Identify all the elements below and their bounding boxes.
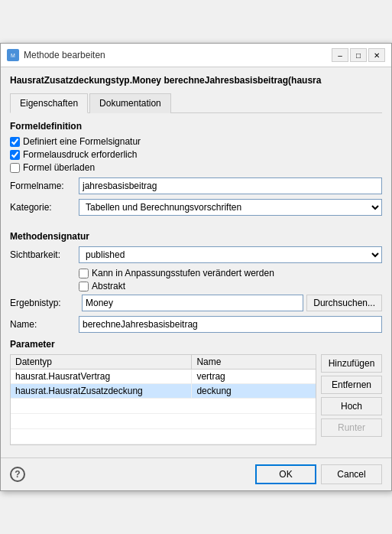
param-buttons: Hinzufügen Entfernen Hoch Runter [321, 354, 382, 445]
checkbox1-label: Definiert eine Formelsignatur [23, 136, 141, 147]
formelname-input[interactable] [79, 177, 382, 194]
cancel-button[interactable]: Cancel [321, 464, 382, 484]
tab-eigenschaften[interactable]: Eigenschaften [10, 93, 88, 113]
formelname-label: Formelname: [10, 181, 79, 191]
title-bar: M Methode bearbeiten – □ ✕ [1, 44, 391, 67]
kategorie-row: Kategorie: Tabellen und Berechnungsvorsc… [10, 199, 382, 216]
table-row [11, 429, 316, 444]
bottom-bar: ? OK Cancel [1, 457, 391, 490]
param-table: Datentyp Name hausrat.HausratVertrag ver… [10, 354, 316, 445]
col-datentyp-header: Datentyp [11, 355, 192, 369]
ok-button[interactable]: OK [255, 464, 316, 484]
app-icon: M [7, 49, 19, 61]
hoch-button[interactable]: Hoch [321, 397, 382, 415]
param-table-header: Datentyp Name [11, 355, 316, 370]
close-button[interactable]: ✕ [368, 48, 385, 62]
tab-bar: Eigenschaften Dokumentation [10, 93, 382, 113]
title-bar-left: M Methode bearbeiten [7, 49, 105, 61]
content-area: Eigenschaften Dokumentation Formeldefini… [1, 93, 391, 453]
formelname-row: Formelname: [10, 177, 382, 194]
svg-text:M: M [11, 53, 15, 58]
window-title: Methode bearbeiten [24, 50, 105, 60]
ergebnistyp-input[interactable] [82, 295, 303, 311]
checkbox1-row: Definiert eine Formelsignatur [10, 136, 382, 147]
table-row[interactable]: hausrat.HausratZusatzdeckung deckung [11, 384, 316, 399]
kategorie-label: Kategorie: [10, 202, 79, 213]
param-cell-datentyp: hausrat.HausratZusatzdeckung [11, 384, 192, 398]
abstrakt-input[interactable] [79, 282, 89, 291]
name-label: Name: [10, 319, 79, 330]
checkbox3-label: Formel überladen [23, 162, 95, 173]
sichtbarkeit-select[interactable]: published [79, 246, 382, 263]
runter-button[interactable]: Runter [321, 418, 382, 437]
checkbox2-input[interactable] [10, 150, 20, 160]
methodensignatur-label: Methodensignatur [10, 231, 382, 242]
hinzufuegen-button[interactable]: Hinzufügen [321, 354, 382, 373]
parameter-label: Parameter [10, 339, 382, 350]
table-row [11, 414, 316, 429]
window-header: HausratZusatzdeckungstyp.Money berechneJ… [1, 67, 391, 93]
ergebnistyp-row: Ergebnistyp: Durchsuchen... [10, 295, 382, 311]
param-cell-datentyp: hausrat.HausratVertrag [11, 370, 192, 383]
checkbox2-label: Formelausdruck erforderlich [23, 149, 137, 160]
tab-dokumentation[interactable]: Dokumentation [89, 93, 171, 113]
col-name-header: Name [192, 355, 316, 369]
help-icon[interactable]: ? [10, 467, 25, 482]
main-window: M Methode bearbeiten – □ ✕ HausratZusatz… [0, 43, 392, 491]
minimize-button[interactable]: – [332, 48, 348, 62]
anpassung-input[interactable] [79, 269, 89, 278]
title-buttons: – □ ✕ [332, 48, 385, 62]
entfernen-button[interactable]: Entfernen [321, 376, 382, 394]
header-text: HausratZusatzdeckungstyp.Money berechneJ… [10, 75, 321, 86]
table-row[interactable]: hausrat.HausratVertrag vertrag [11, 370, 316, 384]
checkbox1-input[interactable] [10, 137, 20, 147]
name-row: Name: [10, 316, 382, 333]
kategorie-select[interactable]: Tabellen und Berechnungsvorschriften [79, 199, 382, 216]
sichtbarkeit-row: Sichtbarkeit: published [10, 246, 382, 263]
sichtbarkeit-label: Sichtbarkeit: [10, 249, 79, 260]
anpassung-row: Kann in Anpassungsstufen verändert werde… [79, 268, 382, 278]
name-input[interactable] [79, 316, 382, 333]
param-cell-name: deckung [192, 384, 316, 398]
checkbox3-row: Formel überladen [10, 162, 382, 173]
parameter-section: Parameter Datentyp Name hausrat.HausratV… [10, 339, 382, 445]
table-row [11, 399, 316, 414]
param-cell-name: vertrag [192, 370, 316, 383]
abstrakt-row: Abstrakt [79, 281, 382, 291]
browse-button[interactable]: Durchsuchen... [306, 295, 382, 311]
maximize-button[interactable]: □ [350, 48, 367, 62]
param-table-container: Datentyp Name hausrat.HausratVertrag ver… [10, 354, 382, 445]
formeldefinition-label: Formeldefinition [10, 121, 382, 132]
checkbox2-row: Formelausdruck erforderlich [10, 149, 382, 160]
anpassung-label: Kann in Anpassungsstufen verändert werde… [92, 268, 274, 278]
ergebnistyp-label: Ergebnistyp: [10, 298, 79, 308]
abstrakt-label: Abstrakt [92, 281, 125, 291]
checkbox3-input[interactable] [10, 163, 20, 173]
bottom-buttons: OK Cancel [255, 464, 382, 484]
